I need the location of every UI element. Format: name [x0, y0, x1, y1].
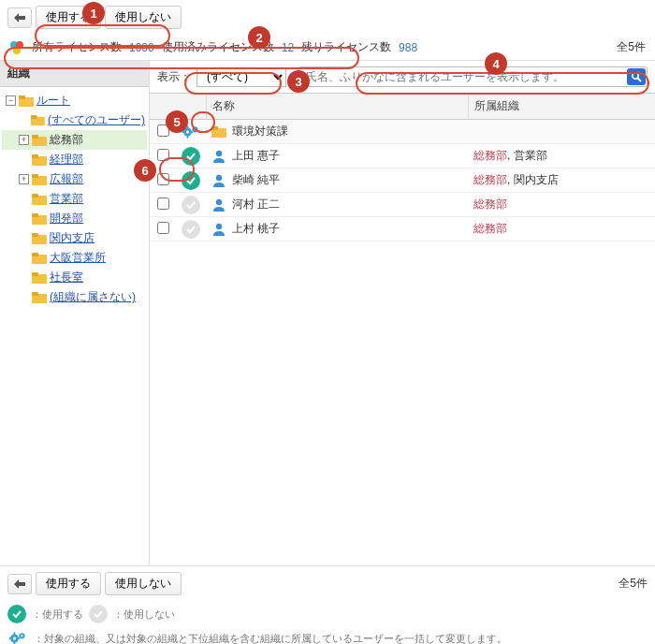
svg-rect-43: [14, 632, 16, 635]
legend-off: ：使用しない: [113, 607, 175, 622]
group-row[interactable]: 環境対策課: [150, 120, 655, 144]
used-on-icon[interactable]: [182, 171, 200, 190]
filter-row: 表示： (すべて): [150, 61, 655, 93]
used-on-icon[interactable]: [182, 147, 200, 166]
svg-line-26: [638, 79, 642, 82]
folder-icon: [32, 134, 47, 147]
tree-kouhou[interactable]: + 広報部: [2, 169, 147, 189]
search-icon: [631, 71, 642, 82]
row-checkbox[interactable]: [157, 222, 169, 234]
svg-rect-36: [211, 126, 218, 130]
callout-6: 6: [134, 159, 156, 182]
svg-rect-45: [9, 637, 12, 639]
used-license-value: 12: [282, 41, 294, 54]
tree-kannai[interactable]: 関内支店: [2, 228, 147, 248]
tree-soumu-label: 総務部: [50, 132, 83, 148]
expand-icon[interactable]: +: [19, 174, 29, 184]
user-org: 総務部, 関内支店: [468, 169, 655, 191]
svg-rect-20: [32, 253, 38, 256]
main-panel: 表示： (すべて) 名称 所属組織: [150, 61, 655, 565]
expand-icon[interactable]: +: [19, 135, 29, 145]
collapse-icon[interactable]: −: [6, 95, 16, 106]
svg-point-2: [13, 47, 21, 54]
remaining-license-label: 残りライセンス数: [301, 39, 391, 55]
callout-4: 4: [485, 52, 507, 75]
svg-rect-8: [32, 135, 38, 139]
footer-toolbar: 使用する 使用しない 全5件: [0, 565, 655, 601]
user-icon: [211, 198, 226, 212]
total-license-label: 所有ライセンス数: [32, 39, 122, 55]
tree-shachou-label: 社長室: [50, 270, 83, 285]
header-name[interactable]: 名称: [206, 94, 468, 119]
svg-rect-10: [32, 154, 38, 158]
tree-soumu[interactable]: + 総務部: [2, 130, 147, 150]
folder-icon: [32, 291, 47, 304]
table-row[interactable]: 上田 惠子 総務部, 営業部: [150, 144, 655, 168]
user-icon: [211, 149, 226, 164]
tree-all-users[interactable]: (すべてのユーザー): [2, 110, 147, 130]
svg-point-34: [194, 128, 196, 130]
svg-rect-6: [31, 114, 36, 118]
table-row[interactable]: 上村 桃子 総務部: [150, 217, 655, 242]
svg-rect-22: [32, 272, 38, 276]
svg-rect-16: [32, 213, 38, 217]
user-name: 柴崎 純平: [232, 172, 280, 188]
count-top: 全5件: [617, 39, 646, 55]
back-button[interactable]: [7, 7, 32, 28]
user-name: 河村 正二: [232, 197, 280, 212]
folder-icon: [32, 154, 47, 167]
total-license-value: 1000: [129, 41, 154, 54]
row-checkbox[interactable]: [157, 149, 169, 161]
gears-icon-legend: [7, 629, 28, 644]
callout-1: 1: [82, 2, 105, 24]
check-on-icon: [7, 605, 26, 623]
row-checkbox[interactable]: [157, 173, 169, 185]
show-label: 表示：: [157, 69, 191, 85]
tree-kaihatsu[interactable]: 開発部: [2, 209, 147, 228]
svg-rect-14: [32, 194, 38, 198]
svg-point-38: [216, 174, 222, 180]
folder-icon: [31, 114, 45, 127]
row-checkbox[interactable]: [157, 198, 169, 210]
header-org[interactable]: 所属組織: [468, 94, 655, 119]
tree-no-org[interactable]: (組織に属さない): [2, 287, 147, 307]
tree-root-label: ルート: [36, 93, 70, 109]
tree-keiri[interactable]: 経理部: [2, 150, 147, 169]
grid-header: 名称 所属組織: [150, 93, 655, 120]
table-row[interactable]: 河村 正二 総務部: [150, 193, 655, 217]
tree-kouhou-label: 広報部: [50, 171, 83, 187]
not-use-button-top[interactable]: 使用しない: [105, 6, 182, 29]
tree-osaka[interactable]: 大阪営業所: [2, 248, 147, 268]
folder-icon: [211, 125, 226, 139]
sidebar-header: 組織: [0, 61, 149, 87]
back-button-bottom[interactable]: [7, 574, 32, 594]
tree-eigyou[interactable]: 営業部: [2, 189, 147, 209]
tree-eigyou-label: 営業部: [50, 191, 83, 207]
group-label: 環境対策課: [232, 124, 288, 139]
used-off-icon[interactable]: [182, 196, 200, 214]
not-use-button-bottom[interactable]: 使用しない: [105, 572, 182, 595]
table-row[interactable]: 柴崎 純平 総務部, 関内支店: [150, 168, 655, 193]
folder-icon: [32, 173, 47, 186]
used-off-icon[interactable]: [182, 220, 200, 239]
search-button[interactable]: [627, 68, 646, 85]
search-input[interactable]: [298, 66, 648, 87]
svg-point-37: [216, 150, 222, 155]
svg-point-39: [216, 198, 222, 204]
tree-osaka-label: 大阪営業所: [50, 250, 106, 266]
tree-no-org-label: (組織に属さない): [50, 289, 136, 305]
tree-shachou[interactable]: 社長室: [2, 268, 147, 287]
svg-rect-18: [32, 233, 38, 237]
user-icon: [211, 222, 226, 237]
back-arrow-icon: [14, 579, 25, 589]
filter-select[interactable]: (すべて): [196, 67, 286, 87]
user-org: 総務部, 営業部: [468, 145, 655, 167]
tree-root[interactable]: − ルート: [2, 91, 147, 110]
count-bottom: 全5件: [619, 576, 648, 592]
sidebar: 組織 − ルート (すべてのユーザー) + 総務部 経理部: [0, 61, 150, 565]
folder-icon: [32, 193, 47, 206]
tree-kannai-label: 関内支店: [50, 230, 95, 246]
svg-rect-12: [32, 174, 38, 178]
use-button-bottom[interactable]: 使用する: [36, 572, 101, 595]
svg-rect-4: [19, 95, 25, 99]
